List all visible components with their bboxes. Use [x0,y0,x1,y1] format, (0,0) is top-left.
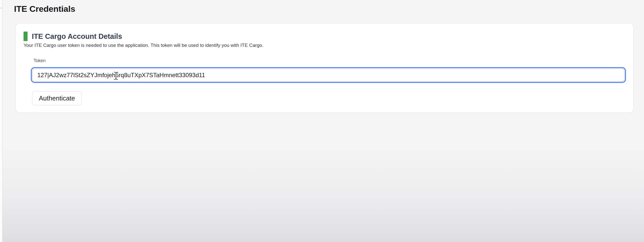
token-input[interactable] [32,69,624,81]
authenticate-button[interactable]: Authenticate [32,91,82,105]
page-title: ITE Credentials [14,4,75,14]
card-title: ITE Cargo Account Details [32,32,122,41]
card-header: ITE Cargo Account Details [24,32,122,41]
sidebar-edge-divider [0,8,3,8]
credentials-card: ITE Cargo Account Details Your ITE Cargo… [16,23,633,113]
accent-bar [24,32,28,41]
sidebar-edge[interactable] [0,0,3,242]
token-label: Token [34,58,46,63]
card-description: Your ITE Cargo user token is needed to u… [24,43,263,48]
